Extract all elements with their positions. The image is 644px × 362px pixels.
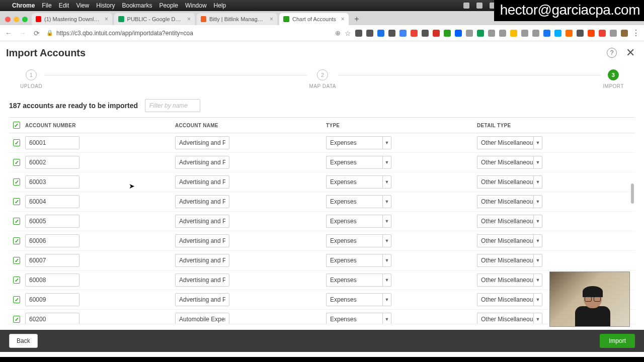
type-select[interactable]: Expenses▼ <box>326 215 391 228</box>
row-checkbox[interactable] <box>13 277 20 284</box>
row-checkbox[interactable] <box>13 237 20 244</box>
account-number-input[interactable] <box>25 254 79 267</box>
scrollbar-thumb[interactable] <box>631 184 634 204</box>
account-number-input[interactable] <box>25 234 79 247</box>
forward-icon[interactable]: → <box>18 29 27 37</box>
tab-close-icon[interactable]: × <box>105 16 108 23</box>
zoom-icon[interactable]: ⊕ <box>335 29 341 37</box>
type-select[interactable]: Expenses▼ <box>326 313 391 324</box>
detail-type-select[interactable]: Other Miscellaneous S▼ <box>477 254 542 267</box>
filter-input[interactable] <box>145 99 200 112</box>
extension-icon[interactable] <box>543 30 550 37</box>
extension-icon[interactable] <box>577 30 584 37</box>
extension-icon[interactable] <box>566 30 573 37</box>
detail-type-select[interactable]: Other Miscellaneous S▼ <box>477 175 542 189</box>
browser-tab[interactable]: Bitly | Bitlink Management× <box>197 13 277 25</box>
menu-people[interactable]: People <box>159 2 178 9</box>
account-name-input[interactable] <box>175 234 229 247</box>
account-number-input[interactable] <box>25 313 79 324</box>
chevron-down-icon[interactable]: ▼ <box>382 136 391 149</box>
address-bar[interactable]: 🔒 https://c3.qbo.intuit.com/app/importda… <box>46 30 193 37</box>
help-icon[interactable]: ? <box>607 48 617 58</box>
browser-tab[interactable]: Chart of Accounts× <box>279 13 349 25</box>
tab-close-icon[interactable]: × <box>341 16 345 23</box>
extension-icon[interactable] <box>477 30 484 37</box>
extension-icon[interactable] <box>554 30 561 37</box>
chevron-down-icon[interactable]: ▼ <box>382 274 391 287</box>
status-icon[interactable] <box>463 3 469 9</box>
menu-help[interactable]: Help <box>214 2 226 9</box>
chevron-down-icon[interactable]: ▼ <box>533 234 542 247</box>
extension-icon[interactable] <box>388 30 395 37</box>
account-number-input[interactable] <box>25 136 79 149</box>
account-number-input[interactable] <box>25 195 79 208</box>
extension-icon[interactable] <box>355 30 362 37</box>
minimize-window-icon[interactable] <box>14 17 19 22</box>
extension-icon[interactable] <box>433 30 440 37</box>
select-all-checkbox[interactable] <box>13 122 20 129</box>
account-name-input[interactable] <box>175 195 229 208</box>
extension-icon[interactable] <box>422 30 429 37</box>
tab-close-icon[interactable]: × <box>270 16 273 23</box>
type-select[interactable]: Expenses▼ <box>326 293 391 306</box>
new-tab-button[interactable]: + <box>351 13 363 25</box>
extension-icon[interactable] <box>366 30 373 37</box>
star-icon[interactable]: ☆ <box>345 29 351 37</box>
extension-icon[interactable] <box>610 30 617 37</box>
extension-icon[interactable] <box>488 30 495 37</box>
tab-close-icon[interactable]: × <box>187 16 191 23</box>
chevron-down-icon[interactable]: ▼ <box>382 215 391 228</box>
row-checkbox[interactable] <box>13 296 20 303</box>
extension-icon[interactable] <box>377 30 384 37</box>
type-select[interactable]: Expenses▼ <box>326 254 391 267</box>
row-checkbox[interactable] <box>13 257 20 264</box>
detail-type-select[interactable]: Other Miscellaneous S▼ <box>477 293 542 306</box>
detail-type-select[interactable]: Other Miscellaneous S▼ <box>477 136 542 149</box>
type-select[interactable]: Expenses▼ <box>326 136 391 149</box>
detail-type-select[interactable]: Other Miscellaneous S▼ <box>477 234 542 247</box>
row-checkbox[interactable] <box>13 198 20 205</box>
chevron-down-icon[interactable]: ▼ <box>533 254 542 267</box>
browser-tab[interactable]: PUBLIC - Google Drive× <box>114 13 195 25</box>
extension-icon[interactable] <box>621 30 628 37</box>
extension-icon[interactable] <box>499 30 506 37</box>
chevron-down-icon[interactable]: ▼ <box>533 156 542 169</box>
account-number-input[interactable] <box>25 215 79 228</box>
menu-window[interactable]: Window <box>185 2 207 9</box>
close-icon[interactable]: ✕ <box>626 46 635 59</box>
account-name-input[interactable] <box>175 274 229 287</box>
menu-history[interactable]: History <box>96 2 115 9</box>
chevron-down-icon[interactable]: ▼ <box>533 175 542 189</box>
extension-icon[interactable] <box>599 30 606 37</box>
chevron-down-icon[interactable]: ▼ <box>533 274 542 287</box>
extension-icon[interactable] <box>411 30 418 37</box>
account-name-input[interactable] <box>175 254 229 267</box>
import-button[interactable]: Import <box>600 334 635 348</box>
detail-type-select[interactable]: Other Miscellaneous S▼ <box>477 215 542 228</box>
type-select[interactable]: Expenses▼ <box>326 234 391 247</box>
extension-icon[interactable] <box>466 30 473 37</box>
account-name-input[interactable] <box>175 215 229 228</box>
detail-type-select[interactable]: Other Miscellaneous S▼ <box>477 274 542 287</box>
detail-type-select[interactable]: Other Miscellaneous S▼ <box>477 195 542 208</box>
menu-file[interactable]: File <box>42 2 51 9</box>
account-name-input[interactable] <box>175 136 229 149</box>
chevron-down-icon[interactable]: ▼ <box>533 195 542 208</box>
account-name-input[interactable] <box>175 313 229 324</box>
row-checkbox[interactable] <box>13 178 20 186</box>
type-select[interactable]: Expenses▼ <box>326 156 391 169</box>
chevron-down-icon[interactable]: ▼ <box>382 195 391 208</box>
chevron-down-icon[interactable]: ▼ <box>382 175 391 189</box>
extension-icon[interactable] <box>510 30 517 37</box>
row-checkbox[interactable] <box>13 316 20 323</box>
extension-icon[interactable] <box>588 30 595 37</box>
extension-icon[interactable] <box>455 30 462 37</box>
app-name[interactable]: Chrome <box>12 2 35 9</box>
detail-type-select[interactable]: Other Miscellaneous S▼ <box>477 156 542 169</box>
extension-icon[interactable] <box>399 30 407 37</box>
row-checkbox[interactable] <box>13 139 20 146</box>
back-icon[interactable]: ← <box>4 29 13 37</box>
chevron-down-icon[interactable]: ▼ <box>533 136 542 149</box>
chevron-down-icon[interactable]: ▼ <box>382 313 391 324</box>
row-checkbox[interactable] <box>13 218 20 225</box>
